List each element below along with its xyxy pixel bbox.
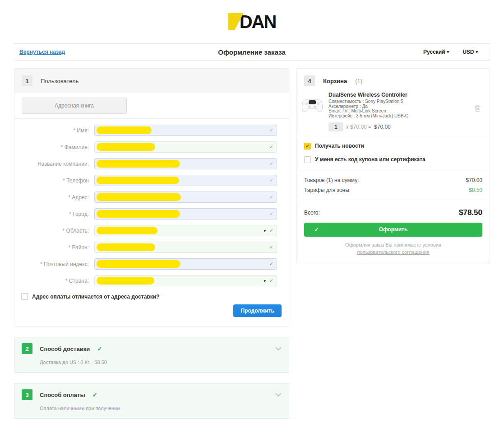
header-bar: Вернуться назад Оформление заказа Русски… (14, 43, 490, 61)
billing-address-checkbox[interactable] (21, 293, 28, 300)
product-info: DualSense Wireless Controller Совместимо… (326, 92, 474, 131)
checkout-button-label: Оформить (379, 226, 408, 233)
user-agreement-link[interactable]: пользовательского соглашения (357, 249, 429, 255)
address-book-row: Адресная книга (14, 93, 289, 119)
product-name[interactable]: DualSense Wireless Controller (328, 92, 474, 98)
coupon-label[interactable]: У меня есть код купона или сертификата (315, 156, 425, 163)
phone-input[interactable]: ✓ (94, 175, 277, 186)
main-content: 1 Пользователь Адресная книга * Имя: ✓ *… (14, 68, 490, 419)
quantity-box[interactable]: 1 (328, 122, 343, 131)
header-controls: Русский ▾ USD ▾ (423, 49, 484, 55)
field-label: * Имя: (14, 127, 94, 134)
check-icon: ✓ (97, 345, 102, 352)
check-icon: ✓ (269, 128, 273, 133)
field-label: * Адрес: (14, 194, 94, 201)
newsletter-checkbox[interactable]: ✓ (304, 143, 311, 149)
checkout-button[interactable]: ✓ Оформить (304, 223, 482, 237)
caret-down-icon: ▾ (264, 279, 266, 283)
field-label: Название компании: (14, 161, 94, 167)
region-select[interactable]: ▾ ✓ (94, 225, 277, 236)
product-image[interactable] (301, 92, 326, 131)
country-select[interactable]: ▾ ✓ (94, 275, 277, 286)
cart-item: DualSense Wireless Controller Совместимо… (297, 91, 490, 131)
last-name-input[interactable]: ✓ (94, 141, 277, 153)
billing-address-label[interactable]: Адрес оплаты отличается от адреса достав… (32, 294, 159, 300)
payment-section: 3 Способ оплаты ✓ Оплата наличными при п… (14, 383, 289, 419)
check-icon: ✓ (269, 178, 273, 183)
shipping-section-header[interactable]: 2 Способ доставки ✓ (22, 343, 282, 354)
store-logo[interactable]: DAN (228, 13, 276, 31)
currency-selector[interactable]: USD ▾ (462, 49, 478, 55)
form-row: * Город: ✓ (14, 208, 289, 220)
checkout-steps-column: 1 Пользователь Адресная книга * Имя: ✓ *… (14, 68, 289, 419)
totals: Товаров (1) на сумму: $70.00 Тарифы для … (297, 176, 490, 193)
user-form: * Имя: ✓ * Фамилия: ✓ Название компании: (14, 119, 289, 286)
address-input[interactable]: ✓ (94, 191, 277, 203)
check-icon: ✓ (314, 226, 319, 233)
field-label: * Город: (14, 211, 94, 217)
divider (297, 170, 490, 170)
back-link[interactable]: Вернуться назад (19, 49, 65, 55)
language-selector[interactable]: Русский ▾ (423, 49, 449, 55)
billing-address-row: Адрес оплаты отличается от адреса достав… (21, 293, 289, 300)
page-title: Оформление заказа (218, 48, 286, 56)
subtotal-value: $70.00 (466, 177, 482, 183)
postcode-input[interactable]: ✓ (94, 258, 277, 270)
caret-down-icon: ▾ (476, 50, 478, 54)
logo-text: DAN (240, 13, 276, 31)
field-label: * Район: (14, 244, 94, 251)
form-row: * Имя: ✓ (14, 125, 289, 136)
cart-count: (1) (355, 78, 362, 84)
cart-header: 4 Корзина (1) (297, 69, 490, 91)
currency-label: USD (462, 49, 474, 55)
remove-item-button[interactable] (474, 92, 483, 131)
shipping-rate-label: Тарифы для зоны: (304, 187, 351, 193)
grand-total-label: Всего: (304, 210, 320, 216)
company-input[interactable]: ✓ (94, 158, 277, 169)
check-icon: ✓ (92, 391, 98, 398)
continue-row: Продолжить (14, 300, 289, 326)
shipping-rate-value: $8.50 (469, 187, 482, 193)
check-icon: ✓ (269, 195, 273, 200)
field-label: * Почтовый индекс: (14, 261, 94, 267)
subtotal-row: Товаров (1) на сумму: $70.00 (304, 177, 482, 183)
check-icon: ✓ (269, 211, 273, 216)
redaction-blob (97, 243, 155, 251)
newsletter-label[interactable]: Получать новости (315, 143, 364, 149)
cart-column: 4 Корзина (1) DualSense Wireless (296, 68, 490, 263)
line-total: $70.00 (374, 124, 391, 130)
first-name-input[interactable]: ✓ (94, 125, 277, 136)
payment-section-header[interactable]: 3 Способ оплаты ✓ (22, 389, 282, 400)
check-icon: ✓ (269, 245, 273, 250)
chevron-down-icon[interactable] (275, 347, 282, 350)
language-label: Русский (423, 49, 445, 55)
cart-title: Корзина (323, 78, 347, 84)
form-row: * Область: ▾ ✓ (14, 225, 289, 236)
payment-method-detail: Оплата наличными при получении (40, 406, 282, 411)
shipping-section: 2 Способ доставки ✓ Доставка до US : 0 К… (14, 337, 289, 373)
form-row: * Фамилия: ✓ (14, 141, 289, 153)
step-number: 4 (304, 75, 315, 86)
address-book-button[interactable]: Адресная книга (22, 98, 127, 114)
field-label: * Страна: (14, 278, 94, 284)
user-section-header: 1 Пользователь (14, 69, 289, 93)
redaction-blob (97, 277, 154, 285)
district-input[interactable]: ✓ (94, 242, 277, 253)
quantity-row: 1 x $70.00 = $70.00 (328, 122, 474, 131)
user-section: 1 Пользователь Адресная книга * Имя: ✓ *… (14, 68, 289, 327)
check-icon: ✓ (269, 145, 273, 149)
divider (297, 137, 490, 137)
continue-button[interactable]: Продолжить (233, 304, 282, 317)
redaction-blob (97, 160, 180, 168)
check-icon: ✓ (269, 161, 273, 166)
step-number: 2 (22, 343, 32, 354)
city-input[interactable]: ✓ (94, 208, 277, 220)
redaction-blob (97, 227, 157, 234)
payment-section-title: Способ оплаты (40, 392, 85, 398)
redaction-blob (97, 126, 152, 134)
coupon-checkbox[interactable] (304, 156, 311, 163)
coupon-row: У меня есть код купона или сертификата (297, 156, 490, 163)
chevron-down-icon[interactable] (275, 393, 282, 397)
check-icon: ✓ (269, 228, 273, 233)
subtotal-label: Товаров (1) на сумму: (304, 177, 359, 183)
